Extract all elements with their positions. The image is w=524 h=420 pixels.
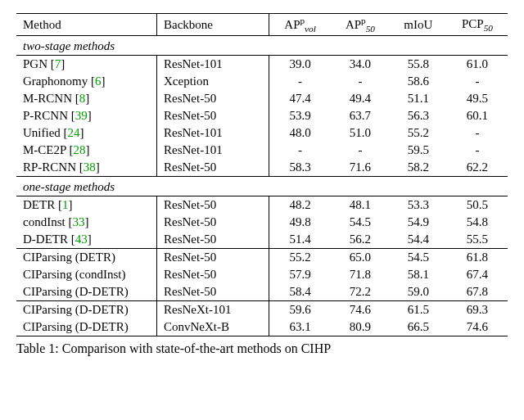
cell-ap-vol: 53.9 <box>269 107 332 124</box>
col-method: Method <box>16 14 157 36</box>
cell-ap-vol: 39.0 <box>269 56 332 74</box>
citation-link[interactable]: 28 <box>74 143 86 156</box>
cell-pcp: 60.1 <box>447 107 508 124</box>
citation-link[interactable]: 33 <box>72 215 84 228</box>
cell-ap-vol: 57.9 <box>269 266 332 283</box>
cell-backbone: ResNet-101 <box>157 142 269 159</box>
cell-ap-50: 80.9 <box>331 318 390 336</box>
cell-backbone: ResNet-50 <box>157 159 269 177</box>
table-row: DETR [1]ResNet-5048.248.153.350.5 <box>16 196 508 215</box>
cell-pcp: - <box>447 73 508 90</box>
cell-ap-vol: 59.6 <box>269 301 332 319</box>
cell-method: M-RCNN [8] <box>16 90 157 107</box>
cell-miou: 54.9 <box>390 214 447 231</box>
cell-method: DETR [1] <box>16 196 157 215</box>
cell-ap-vol: 51.4 <box>269 231 332 249</box>
cell-pcp: 49.5 <box>447 90 508 107</box>
cell-method: CIParsing (D-DETR) <box>16 318 157 336</box>
cell-backbone: ResNet-101 <box>157 56 269 74</box>
cell-ap-vol: 48.0 <box>269 124 332 142</box>
cell-backbone: ConvNeXt-B <box>157 318 269 336</box>
cell-pcp: 50.5 <box>447 196 508 215</box>
table-row: CIParsing (D-DETR)ResNeXt-10159.674.661.… <box>16 301 508 319</box>
cell-backbone: ResNet-101 <box>157 124 269 142</box>
table-row: P-RCNN [39]ResNet-5053.963.756.360.1 <box>16 107 508 124</box>
table-row: D-DETR [43]ResNet-5051.456.254.455.5 <box>16 231 508 249</box>
cell-method: Graphonomy [6] <box>16 73 157 90</box>
cell-miou: 54.5 <box>390 249 447 267</box>
citation-link[interactable]: 43 <box>75 233 88 246</box>
col-ap-vol: APpvol <box>269 14 332 36</box>
cell-miou: 54.4 <box>390 231 447 249</box>
cell-pcp: 55.5 <box>447 231 508 249</box>
cell-method: Unified [24] <box>16 124 157 142</box>
cell-ap-50: 54.5 <box>331 214 390 231</box>
cell-miou: 58.2 <box>390 159 447 177</box>
citation-link[interactable]: 39 <box>75 109 88 122</box>
cell-method: PGN [7] <box>16 56 157 74</box>
citation-link[interactable]: 7 <box>55 57 61 70</box>
cell-ap-vol: 49.8 <box>269 214 332 231</box>
col-pcp: PCP50 <box>447 14 508 36</box>
cell-method: condInst [33] <box>16 214 157 231</box>
cell-pcp: - <box>447 124 508 142</box>
table-row: M-RCNN [8]ResNet-5047.449.451.149.5 <box>16 90 508 107</box>
cell-backbone: ResNet-50 <box>157 266 269 283</box>
cell-ap-50: - <box>331 73 390 90</box>
col-backbone: Backbone <box>157 14 269 36</box>
cell-ap-50: 74.6 <box>331 301 390 319</box>
results-table: Method Backbone APpvol APp50 mIoU PCP50 … <box>16 13 508 336</box>
cell-ap-50: 49.4 <box>331 90 390 107</box>
table-row: RP-RCNN [38]ResNet-5058.371.658.262.2 <box>16 159 508 177</box>
cell-backbone: Xception <box>157 73 269 90</box>
cell-backbone: ResNet-50 <box>157 214 269 231</box>
citation-link[interactable]: 6 <box>95 75 102 88</box>
citation-link[interactable]: 38 <box>84 160 96 174</box>
cell-miou: 66.5 <box>390 318 447 336</box>
cell-method: CIParsing (D-DETR) <box>16 301 157 319</box>
citation-link[interactable]: 1 <box>62 198 69 211</box>
cell-ap-50: 56.2 <box>331 231 390 249</box>
cell-method: D-DETR [43] <box>16 231 157 249</box>
cell-ap-50: 51.0 <box>331 124 390 142</box>
table-row: CIParsing (D-DETR)ConvNeXt-B63.180.966.5… <box>16 318 508 336</box>
cell-pcp: 74.6 <box>447 318 508 336</box>
table-row: CIParsing (condInst)ResNet-5057.971.858.… <box>16 266 508 283</box>
cell-miou: 58.6 <box>390 73 447 90</box>
cell-method: P-RCNN [39] <box>16 107 157 124</box>
cell-ap-50: - <box>331 142 390 159</box>
cell-backbone: ResNet-50 <box>157 231 269 249</box>
cell-ap-50: 63.7 <box>331 107 390 124</box>
cell-miou: 56.3 <box>390 107 447 124</box>
cell-backbone: ResNet-50 <box>157 196 269 215</box>
cell-miou: 58.1 <box>390 266 447 283</box>
cell-miou: 55.2 <box>390 124 447 142</box>
cell-pcp: 67.8 <box>447 283 508 301</box>
cell-pcp: 62.2 <box>447 159 508 177</box>
cell-miou: 61.5 <box>390 301 447 319</box>
col-miou: mIoU <box>390 14 447 36</box>
table-row: PGN [7]ResNet-10139.034.055.861.0 <box>16 56 508 74</box>
cell-pcp: 69.3 <box>447 301 508 319</box>
cell-ap-50: 71.6 <box>331 159 390 177</box>
cell-ap-50: 34.0 <box>331 56 390 74</box>
table-row: Unified [24]ResNet-10148.051.055.2- <box>16 124 508 142</box>
cell-miou: 59.5 <box>390 142 447 159</box>
cell-pcp: 67.4 <box>447 266 508 283</box>
section-header: two-stage methods <box>16 36 508 56</box>
table-row: M-CE2P [28]ResNet-101--59.5- <box>16 142 508 159</box>
citation-link[interactable]: 8 <box>79 92 86 105</box>
cell-ap-vol: 47.4 <box>269 90 332 107</box>
cell-ap-50: 48.1 <box>331 196 390 215</box>
cell-pcp: 61.0 <box>447 56 508 74</box>
cell-ap-50: 65.0 <box>331 249 390 267</box>
cell-ap-vol: 58.4 <box>269 283 332 301</box>
citation-link[interactable]: 24 <box>68 126 80 139</box>
section-header: one-stage methods <box>16 177 508 196</box>
cell-ap-vol: 58.3 <box>269 159 332 177</box>
table-row: condInst [33]ResNet-5049.854.554.954.8 <box>16 214 508 231</box>
cell-pcp: 54.8 <box>447 214 508 231</box>
cell-ap-vol: - <box>269 142 332 159</box>
table-row: Graphonomy [6]Xception--58.6- <box>16 73 508 90</box>
cell-method: RP-RCNN [38] <box>16 159 157 177</box>
